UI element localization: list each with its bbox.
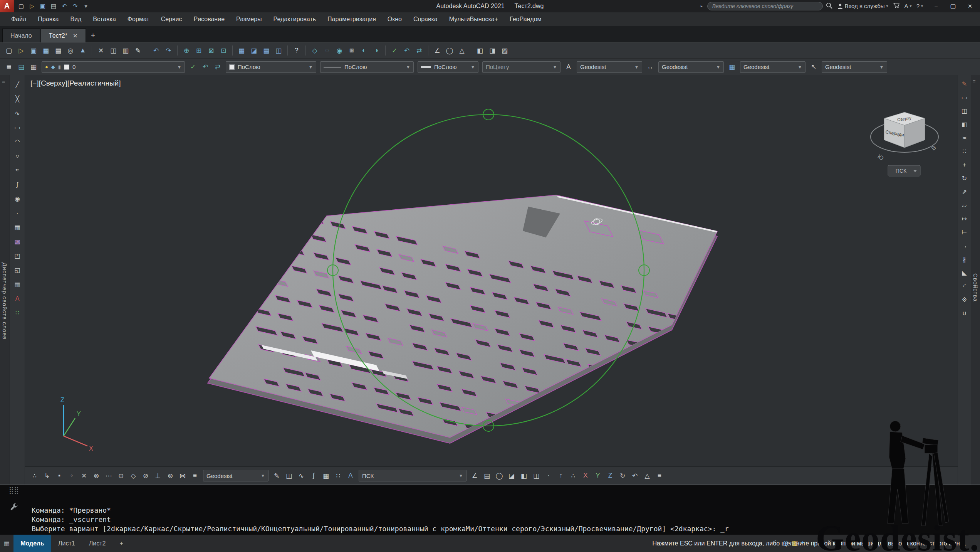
layer-translate-icon[interactable]: ⇄ xyxy=(212,61,223,73)
table-style-icon[interactable]: ▦ xyxy=(726,61,738,73)
ucs-object-icon[interactable]: ◪ xyxy=(506,470,517,481)
undo-icon[interactable]: ↶ xyxy=(59,1,69,11)
help-icon[interactable]: ? xyxy=(291,45,302,56)
open-icon[interactable]: ▷ xyxy=(15,45,27,56)
ucs-origin-icon[interactable]: ∙ xyxy=(543,470,554,481)
tray-icon-3[interactable]: + xyxy=(801,539,805,547)
menu-Параметризация[interactable]: Параметризация xyxy=(322,16,382,23)
match-props-icon[interactable]: ✎ xyxy=(132,45,144,56)
explode-icon[interactable]: ※ xyxy=(958,293,971,306)
construction-line-icon[interactable]: ╳ xyxy=(11,93,23,105)
layer-match-icon[interactable]: ◑ xyxy=(371,45,382,56)
draworder-front-icon[interactable]: ◧ xyxy=(474,45,486,56)
table-tool-icon[interactable]: ▦ xyxy=(11,278,23,291)
tab-layout2[interactable]: Лист2 xyxy=(82,535,113,552)
gradient-icon[interactable]: ▩ xyxy=(11,235,23,248)
layer-states-icon[interactable]: ▦ xyxy=(28,61,39,73)
pan-icon[interactable]: ⊕ xyxy=(181,45,192,56)
break-icon[interactable]: ∦ xyxy=(958,253,971,266)
redo-icon[interactable]: ↷ xyxy=(70,1,80,11)
help-menu[interactable]: ? ▾ xyxy=(916,3,923,9)
make-current-icon[interactable]: ✓ xyxy=(187,61,199,73)
drag-handle-icon[interactable]: ⣿⣿ xyxy=(9,488,19,493)
mleader-style-combo[interactable]: Geodesist ▼ xyxy=(822,61,887,73)
layer-freeze-icon[interactable]: ◇ xyxy=(309,45,321,56)
layer-translate-icon[interactable]: ⇄ xyxy=(413,45,425,56)
signin-menu[interactable]: Вход в службы ▾ xyxy=(837,3,888,9)
edit-array-icon[interactable]: ∷ xyxy=(332,470,344,481)
insert-block-icon[interactable]: ◪ xyxy=(248,45,260,56)
dim-style-combo[interactable]: Geodesist ▼ xyxy=(658,61,724,73)
dyn-ucs-icon[interactable]: △ xyxy=(641,470,653,481)
preview-icon[interactable]: ◎ xyxy=(65,45,76,56)
scale-icon[interactable]: ⇗ xyxy=(958,185,971,198)
line-icon[interactable]: ╱ xyxy=(11,78,23,91)
mleader-style-icon[interactable]: ↖ xyxy=(808,61,819,73)
layer-manager-palette-strip[interactable]: ≡ Диспетчер свойств слоев xyxy=(0,75,10,485)
search-expand-icon[interactable]: ▸ xyxy=(701,4,703,8)
circle-icon[interactable]: ○ xyxy=(11,150,23,162)
ucs-3point-icon[interactable]: ∴ xyxy=(567,470,579,481)
mirror-icon[interactable]: ◧ xyxy=(958,118,971,131)
ellipse-icon[interactable]: ◉ xyxy=(11,192,23,205)
spline-icon[interactable]: ∫ xyxy=(11,178,23,191)
field-icon[interactable]: ▤ xyxy=(260,45,272,56)
3d-model[interactable] xyxy=(208,195,717,466)
ucs-combo[interactable]: ПСК ▼ xyxy=(359,470,467,481)
edit-spline-icon[interactable]: ∫ xyxy=(308,470,319,481)
menu-Справка[interactable]: Справка xyxy=(408,16,443,23)
new-icon[interactable]: ▢ xyxy=(3,45,15,56)
menu-Размеры[interactable]: Размеры xyxy=(230,16,268,23)
menu-Вид[interactable]: Вид xyxy=(64,16,87,23)
region-icon[interactable]: ◰ xyxy=(11,249,23,262)
ucs-world-icon[interactable]: ◯ xyxy=(444,45,455,56)
stretch-icon[interactable]: ▱ xyxy=(958,199,971,212)
draworder-back-icon[interactable]: ◨ xyxy=(487,45,498,56)
plotstyle-combo[interactable]: ПоЦвету ▼ xyxy=(482,61,560,73)
menu-Формат[interactable]: Формат xyxy=(122,16,155,23)
match-props-icon[interactable]: ✎ xyxy=(271,470,282,481)
minimize-button[interactable]: − xyxy=(928,0,945,12)
snap-settings-icon[interactable]: ≡ xyxy=(189,470,201,481)
erase-icon[interactable]: ▭ xyxy=(958,91,971,104)
ucs2-icon[interactable]: ∠ xyxy=(469,470,480,481)
layer-props-icon[interactable]: ▤ xyxy=(15,61,27,73)
new-tab-button[interactable]: + xyxy=(87,30,100,41)
close-button[interactable]: × xyxy=(962,0,978,12)
new-layout-button[interactable]: + xyxy=(112,535,130,552)
brush-icon[interactable]: ✎ xyxy=(958,77,971,90)
plot-icon[interactable]: ▤ xyxy=(52,45,64,56)
transparency-icon[interactable]: ▨ xyxy=(499,45,510,56)
new-icon[interactable]: ▢ xyxy=(16,1,26,11)
edit-poly-icon[interactable]: ∿ xyxy=(295,470,307,481)
ucs-prev-icon[interactable]: ↶ xyxy=(629,470,641,481)
arc-icon[interactable]: ◠ xyxy=(11,135,23,148)
menu-Файл[interactable]: Файл xyxy=(5,16,32,23)
copy-icon[interactable]: ◫ xyxy=(107,45,119,56)
chamfer-icon[interactable]: ◣ xyxy=(958,266,971,279)
layer-walk-icon[interactable]: ◐ xyxy=(358,45,370,56)
snap-near-icon[interactable]: ⋈ xyxy=(177,470,188,481)
save-icon[interactable]: ▣ xyxy=(28,45,39,56)
properties-palette-label[interactable]: Свойства xyxy=(972,273,979,302)
app-store-menu[interactable]: А ▾ xyxy=(904,3,912,9)
snap-end-icon[interactable]: ▪ xyxy=(54,470,65,481)
table-icon[interactable]: ▦ xyxy=(236,45,247,56)
ucs-world2-icon[interactable]: ◯ xyxy=(493,470,505,481)
join-icon[interactable]: ∪ xyxy=(958,307,971,320)
zoom-extents-icon[interactable]: ⊡ xyxy=(218,45,229,56)
plot-icon[interactable]: ▤ xyxy=(49,1,59,11)
hatch-icon[interactable]: ▦ xyxy=(11,221,23,234)
snap-from-icon[interactable]: ↳ xyxy=(41,470,53,481)
edit-hatch-icon[interactable]: ▦ xyxy=(320,470,332,481)
menu-Редактировать[interactable]: Редактировать xyxy=(268,16,322,23)
customize-wrench-icon[interactable] xyxy=(9,503,18,514)
layer-prev-icon[interactable]: ↶ xyxy=(401,45,413,56)
open-icon[interactable]: ▷ xyxy=(27,1,37,11)
viewport-controls-label[interactable]: [−][Сверху][Реалистичный] xyxy=(30,79,121,88)
rectangle-icon[interactable]: ▭ xyxy=(11,121,23,134)
snap-ext-icon[interactable]: ⋯ xyxy=(103,470,114,481)
save-as-icon[interactable]: ▦ xyxy=(40,45,52,56)
tab-start[interactable]: Начало xyxy=(2,29,40,42)
move-icon[interactable]: + xyxy=(958,158,971,171)
